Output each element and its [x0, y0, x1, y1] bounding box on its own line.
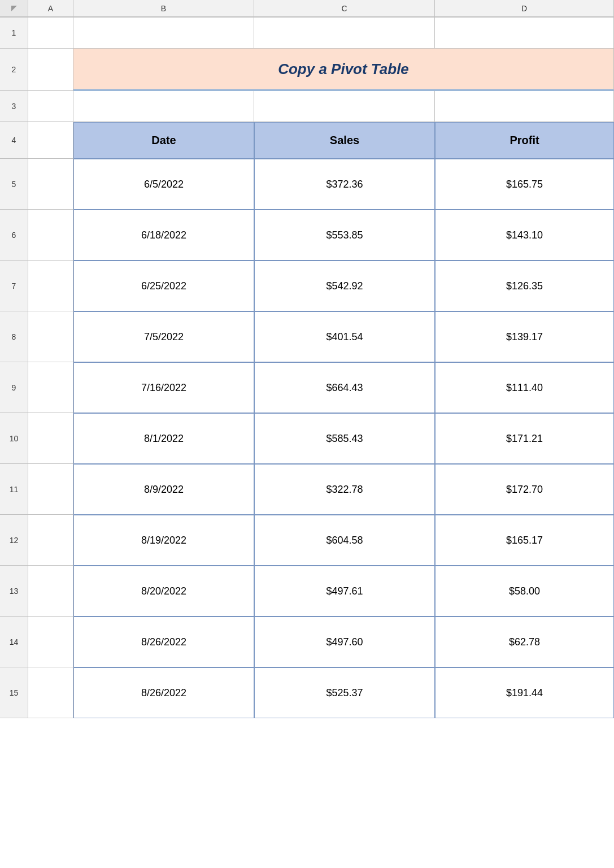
cell-7d[interactable]: $126.35: [435, 261, 614, 311]
cell-6a[interactable]: [28, 210, 73, 261]
cell-15c[interactable]: $525.37: [254, 667, 435, 718]
row-header-12[interactable]: 12: [0, 515, 28, 566]
cell-14a[interactable]: [28, 617, 73, 667]
row-5: 5 6/5/2022 $372.36 $165.75: [0, 159, 614, 210]
cell-8b[interactable]: 7/5/2022: [73, 311, 254, 362]
col-header-sales[interactable]: Sales: [254, 122, 435, 159]
cell-9b[interactable]: 7/16/2022: [73, 362, 254, 413]
cell-4a[interactable]: [28, 122, 73, 159]
corner-triangle-icon: [11, 6, 17, 11]
col-header-profit[interactable]: Profit: [435, 122, 614, 159]
cell-11a[interactable]: [28, 464, 73, 515]
cell-10c[interactable]: $585.43: [254, 413, 435, 464]
row-10: 10 8/1/2022 $585.43 $171.21: [0, 413, 614, 464]
row-header-4[interactable]: 4: [0, 122, 28, 159]
column-headers: A B C D: [0, 0, 614, 18]
col-header-d[interactable]: D: [435, 0, 614, 17]
row-header-11[interactable]: 11: [0, 464, 28, 515]
cell-10d[interactable]: $171.21: [435, 413, 614, 464]
cell-5d[interactable]: $165.75: [435, 159, 614, 210]
cell-3a[interactable]: [28, 91, 73, 122]
row-12: 12 8/19/2022 $604.58 $165.17: [0, 515, 614, 566]
cell-12b[interactable]: 8/19/2022: [73, 515, 254, 566]
row-header-15[interactable]: 15: [0, 667, 28, 718]
cell-15b[interactable]: 8/26/2022: [73, 667, 254, 718]
col-header-a[interactable]: A: [28, 0, 73, 17]
cell-1d[interactable]: [435, 18, 614, 49]
row-header-2[interactable]: 2: [0, 49, 28, 91]
cell-5b[interactable]: 6/5/2022: [73, 159, 254, 210]
cell-10a[interactable]: [28, 413, 73, 464]
cell-1a[interactable]: [28, 18, 73, 49]
row-2: 2 Copy a Pivot Table: [0, 49, 614, 91]
cell-9d[interactable]: $111.40: [435, 362, 614, 413]
row-header-7[interactable]: 7: [0, 261, 28, 311]
cell-5a[interactable]: [28, 159, 73, 210]
row-7: 7 6/25/2022 $542.92 $126.35: [0, 261, 614, 311]
row-4-headers: 4 Date Sales Profit: [0, 122, 614, 159]
cell-9a[interactable]: [28, 362, 73, 413]
cell-11b[interactable]: 8/9/2022: [73, 464, 254, 515]
cell-8c[interactable]: $401.54: [254, 311, 435, 362]
cell-15a[interactable]: [28, 667, 73, 718]
cell-13a[interactable]: [28, 566, 73, 617]
cell-8d[interactable]: $139.17: [435, 311, 614, 362]
col-header-b[interactable]: B: [73, 0, 254, 17]
cell-7c[interactable]: $542.92: [254, 261, 435, 311]
col-header-date[interactable]: Date: [73, 122, 254, 159]
cell-15d[interactable]: $191.44: [435, 667, 614, 718]
row-11: 11 8/9/2022 $322.78 $172.70: [0, 464, 614, 515]
row-13: 13 8/20/2022 $497.61 $58.00: [0, 566, 614, 617]
cell-6b[interactable]: 6/18/2022: [73, 210, 254, 261]
spreadsheet: A B C D 1 2 Copy a Pivot Table 3 4 Date …: [0, 0, 614, 868]
row-8: 8 7/5/2022 $401.54 $139.17: [0, 311, 614, 362]
row-header-14[interactable]: 14: [0, 617, 28, 667]
row-header-13[interactable]: 13: [0, 566, 28, 617]
cell-12a[interactable]: [28, 515, 73, 566]
cell-10b[interactable]: 8/1/2022: [73, 413, 254, 464]
cell-11c[interactable]: $322.78: [254, 464, 435, 515]
cell-1c[interactable]: [254, 18, 435, 49]
cell-7a[interactable]: [28, 261, 73, 311]
row-header-6[interactable]: 6: [0, 210, 28, 261]
row-9: 9 7/16/2022 $664.43 $111.40: [0, 362, 614, 413]
cell-13b[interactable]: 8/20/2022: [73, 566, 254, 617]
row-header-8[interactable]: 8: [0, 311, 28, 362]
cell-6c[interactable]: $553.85: [254, 210, 435, 261]
cell-13c[interactable]: $497.61: [254, 566, 435, 617]
cell-7b[interactable]: 6/25/2022: [73, 261, 254, 311]
row-header-9[interactable]: 9: [0, 362, 28, 413]
cell-12c[interactable]: $604.58: [254, 515, 435, 566]
cell-14c[interactable]: $497.60: [254, 617, 435, 667]
cell-1b[interactable]: [73, 18, 254, 49]
row-15: 15 8/26/2022 $525.37 $191.44: [0, 667, 614, 718]
cell-2a[interactable]: [28, 49, 73, 91]
cell-3c[interactable]: [254, 91, 435, 122]
row-header-1[interactable]: 1: [0, 18, 28, 49]
corner-cell: [0, 0, 28, 17]
cell-3b[interactable]: [73, 91, 254, 122]
row-6: 6 6/18/2022 $553.85 $143.10: [0, 210, 614, 261]
row-3: 3: [0, 91, 614, 122]
cell-14b[interactable]: 8/26/2022: [73, 617, 254, 667]
row-header-5[interactable]: 5: [0, 159, 28, 210]
cell-3d[interactable]: [435, 91, 614, 122]
title-cell[interactable]: Copy a Pivot Table: [73, 49, 614, 91]
cell-12d[interactable]: $165.17: [435, 515, 614, 566]
cell-9c[interactable]: $664.43: [254, 362, 435, 413]
row-header-10[interactable]: 10: [0, 413, 28, 464]
row-1: 1: [0, 18, 614, 49]
cell-8a[interactable]: [28, 311, 73, 362]
cell-6d[interactable]: $143.10: [435, 210, 614, 261]
cell-5c[interactable]: $372.36: [254, 159, 435, 210]
cell-13d[interactable]: $58.00: [435, 566, 614, 617]
row-14: 14 8/26/2022 $497.60 $62.78: [0, 617, 614, 667]
row-header-3[interactable]: 3: [0, 91, 28, 122]
cell-14d[interactable]: $62.78: [435, 617, 614, 667]
col-header-c[interactable]: C: [254, 0, 435, 17]
cell-11d[interactable]: $172.70: [435, 464, 614, 515]
